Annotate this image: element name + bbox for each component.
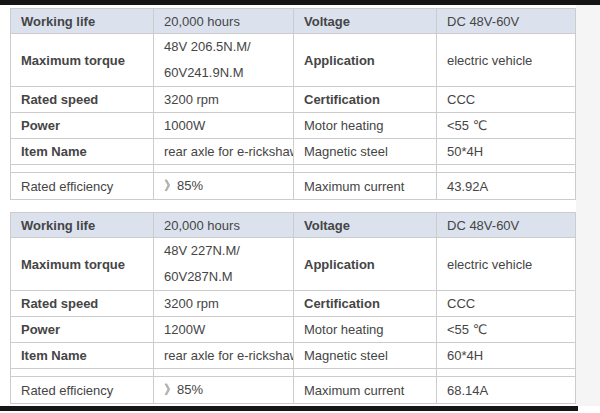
table-row: Item Name rear axle for e-rickshaw Magne… xyxy=(11,139,576,165)
table-header-row: Working life 20,000 hours Voltage DC 48V… xyxy=(11,213,576,238)
spec-label: Rated speed xyxy=(11,87,154,113)
spec-label: Certification xyxy=(294,291,437,317)
table-row: Maximum torque 48V 206.5N.M/ 60V241.9N.M… xyxy=(11,34,576,87)
spec-label: Rated speed xyxy=(11,291,154,317)
spec-value: rear axle for e-rickshaw xyxy=(154,139,294,165)
torque-line-1: 48V 206.5N.M/ xyxy=(164,34,291,60)
spec-table-1200w: Working life 20,000 hours Voltage DC 48V… xyxy=(10,212,576,404)
spec-label: Working life xyxy=(11,9,154,34)
spec-label: Application xyxy=(294,238,437,291)
spec-value: DC 48V-60V xyxy=(437,9,576,34)
spec-value: 3200 rpm xyxy=(154,87,294,113)
spec-label: Motor heating xyxy=(294,317,437,343)
spec-value: electric vehicle xyxy=(437,34,576,87)
spec-label: Voltage xyxy=(294,9,437,34)
spec-value: 48V 227N.M/ 60V287N.M xyxy=(154,238,294,291)
table-row: Rated speed 3200 rpm Certification CCC xyxy=(11,291,576,317)
spec-label: Working life xyxy=(11,213,154,238)
spec-label: Item Name xyxy=(11,343,154,369)
spec-value: 1200W xyxy=(154,317,294,343)
spec-value: 43.92A xyxy=(437,173,576,200)
spec-value: <55 ℃ xyxy=(437,113,576,139)
spec-label: Magnetic steel xyxy=(294,139,437,165)
table-row: Power 1200W Motor heating <55 ℃ xyxy=(11,317,576,343)
spec-value: 50*4H xyxy=(437,139,576,165)
spec-value: 48V 206.5N.M/ 60V241.9N.M xyxy=(154,34,294,87)
table-row: Rated speed 3200 rpm Certification CCC xyxy=(11,87,576,113)
spec-label: Application xyxy=(294,34,437,87)
spec-value: 1000W xyxy=(154,113,294,139)
spec-value: 60*4H xyxy=(437,343,576,369)
spec-label: Voltage xyxy=(294,213,437,238)
spec-value: CCC xyxy=(437,291,576,317)
spec-label: Maximum current xyxy=(294,377,437,404)
spacer-row xyxy=(11,165,576,173)
spec-value: electric vehicle xyxy=(437,238,576,291)
table-header-row: Working life 20,000 hours Voltage DC 48V… xyxy=(11,9,576,34)
spec-label: Maximum torque xyxy=(11,238,154,291)
spec-label: Power xyxy=(11,113,154,139)
spec-value: 20,000 hours xyxy=(154,9,294,34)
torque-line-1: 48V 227N.M/ xyxy=(164,238,291,264)
right-margin-strip xyxy=(576,5,600,406)
spec-label: Motor heating xyxy=(294,113,437,139)
spec-value: 20,000 hours xyxy=(154,213,294,238)
spec-value: rear axle for e-rickshaw xyxy=(154,343,294,369)
spec-label: Rated efficiency xyxy=(11,377,154,404)
spec-label: Power xyxy=(11,317,154,343)
spacer-row xyxy=(11,369,576,377)
table-row: Rated efficiency 》85% Maximum current 43… xyxy=(11,173,576,200)
bottom-black-bar xyxy=(0,406,578,411)
table-row: Maximum torque 48V 227N.M/ 60V287N.M App… xyxy=(11,238,576,291)
spec-label: Magnetic steel xyxy=(294,343,437,369)
spec-label: Maximum current xyxy=(294,173,437,200)
table-row: Power 1000W Motor heating <55 ℃ xyxy=(11,113,576,139)
top-black-bar xyxy=(0,0,600,5)
spec-value: DC 48V-60V xyxy=(437,213,576,238)
spec-label: Item Name xyxy=(11,139,154,165)
table-row: Rated efficiency 》85% Maximum current 68… xyxy=(11,377,576,404)
spec-table-1000w: Working life 20,000 hours Voltage DC 48V… xyxy=(10,8,576,200)
table-row: Item Name rear axle for e-rickshaw Magne… xyxy=(11,343,576,369)
spec-value: <55 ℃ xyxy=(437,317,576,343)
spec-value: CCC xyxy=(437,87,576,113)
spec-value: 3200 rpm xyxy=(154,291,294,317)
torque-line-2: 60V287N.M xyxy=(164,264,291,290)
spec-label: Certification xyxy=(294,87,437,113)
spec-value: 》85% xyxy=(154,377,294,404)
torque-line-2: 60V241.9N.M xyxy=(164,60,291,86)
spec-value: 68.14A xyxy=(437,377,576,404)
spec-label: Rated efficiency xyxy=(11,173,154,200)
spec-label: Maximum torque xyxy=(11,34,154,87)
spec-value: 》85% xyxy=(154,173,294,200)
